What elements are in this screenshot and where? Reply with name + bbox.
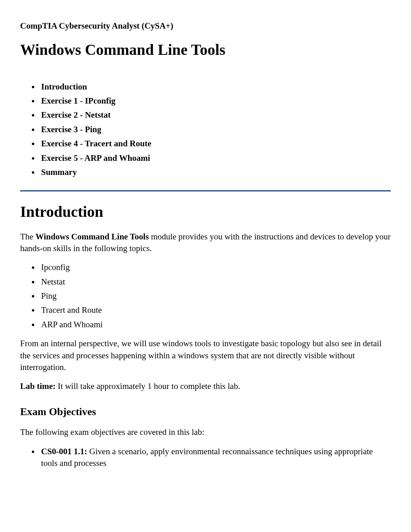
topic-item: ARP and Whoami [39,319,391,330]
page-title: Windows Command Line Tools [20,39,391,60]
section-divider [20,190,391,191]
exam-objectives-heading: Exam Objectives [20,405,391,419]
exam-objectives-list: CS0-001 1.1: Given a scenario, apply env… [20,446,391,470]
table-of-contents: Introduction Exercise 1 - IPconfig Exerc… [20,81,391,179]
course-name: CompTIA Cybersecurity Analyst (CySA+) [20,20,391,32]
topic-item: Netstat [39,276,391,288]
module-name: Windows Command Line Tools [35,232,149,241]
intro-paragraph-1: The Windows Command Line Tools module pr… [20,231,391,255]
topic-item: Tracert and Route [39,304,391,316]
exam-objective-item: CS0-001 1.1: Given a scenario, apply env… [39,446,391,470]
introduction-heading: Introduction [20,201,391,222]
toc-item[interactable]: Exercise 1 - IPconfig [39,95,391,107]
text: The [20,232,35,241]
toc-item[interactable]: Introduction [39,81,391,93]
toc-item[interactable]: Exercise 4 - Tracert and Route [39,138,391,150]
toc-item[interactable]: Summary [39,166,391,178]
lab-time-label: Lab time: [20,381,56,391]
toc-item[interactable]: Exercise 2 - Netstat [39,109,391,121]
objective-code: CS0-001 1.1: [41,447,87,456]
toc-item[interactable]: Exercise 5 - ARP and Whoami [39,152,391,164]
topics-list: Ipconfig Netstat Ping Tracert and Route … [20,262,391,330]
intro-paragraph-2: From an internal perspective, we will us… [20,338,391,373]
lab-time-text: It will take approximately 1 hour to com… [56,381,240,391]
toc-item[interactable]: Exercise 3 - Ping [39,124,391,135]
topic-item: Ipconfig [39,262,391,273]
exam-objectives-intro: The following exam objectives are covere… [20,426,391,438]
objective-text: Given a scenario, apply environmental re… [41,447,373,468]
topic-item: Ping [39,290,391,302]
lab-time: Lab time: It will take approximately 1 h… [20,380,391,392]
